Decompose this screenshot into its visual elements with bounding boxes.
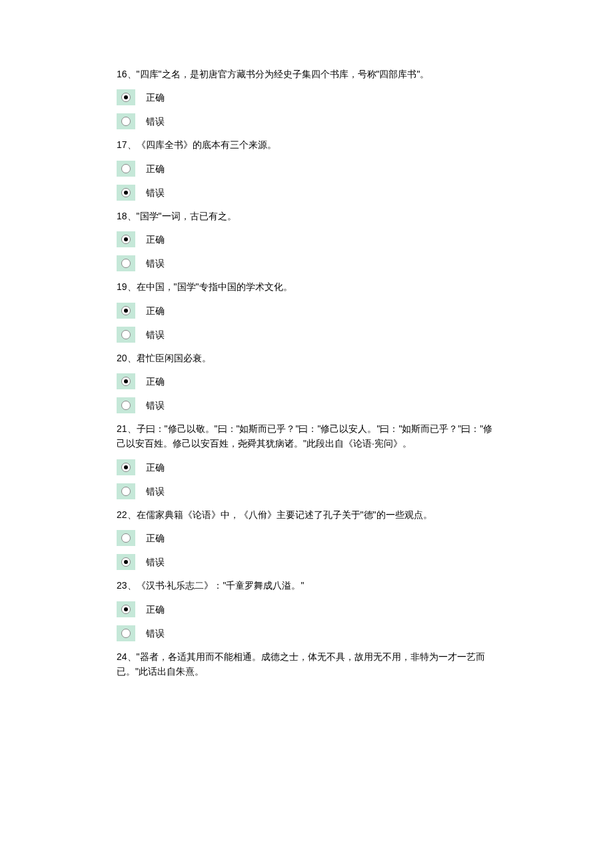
question-text: 23、《汉书·礼乐志二》："千童罗舞成八溢。" [117,578,496,593]
option-label: 正确 [146,533,165,543]
radio-icon [117,161,135,177]
radio-icon [117,625,135,641]
option-wrong[interactable]: 错误 [117,327,496,343]
option-label: 错误 [146,188,165,197]
question-text: 19、在中国，"国学"专指中国的学术文化。 [117,279,496,294]
radio-icon [117,185,135,201]
question-text: 22、在儒家典籍《论语》中，《八佾》主要记述了孔子关于"德"的一些观点。 [117,507,496,522]
option-correct[interactable]: 正确 [117,89,496,105]
option-label: 正确 [146,377,165,386]
question-text: 18、"国学"一词，古已有之。 [117,209,496,223]
question-text: 17、《四库全书》的底本有三个来源。 [117,137,496,152]
option-wrong[interactable]: 错误 [117,185,496,201]
radio-icon [117,554,135,570]
radio-icon [117,483,135,499]
option-correct[interactable]: 正确 [117,459,496,475]
option-correct[interactable]: 正确 [117,601,496,617]
question-text: 21、子曰："修己以敬。"曰："如斯而已乎？"曰："修己以安人。"曰："如斯而已… [117,421,496,451]
option-wrong[interactable]: 错误 [117,483,496,499]
option-label: 错误 [146,330,165,339]
radio-icon [117,459,135,475]
radio-icon [117,231,135,247]
option-label: 错误 [146,259,165,268]
option-wrong[interactable]: 错误 [117,554,496,570]
question-text: 16、"四库"之名，是初唐官方藏书分为经史子集四个书库，号称"四部库书"。 [117,67,496,81]
option-label: 错误 [146,557,165,567]
radio-icon [117,303,135,319]
option-wrong[interactable]: 错误 [117,625,496,641]
option-label: 正确 [146,164,165,173]
option-label: 正确 [146,235,165,244]
option-wrong[interactable]: 错误 [117,397,496,413]
question-text: 24、"器者，各适其用而不能相通。成德之士，体无不具，故用无不用，非特为一才一艺… [117,649,496,679]
option-label: 正确 [146,93,165,102]
option-label: 错误 [146,117,165,126]
option-label: 错误 [146,629,165,638]
radio-icon [117,601,135,617]
option-label: 错误 [146,487,165,496]
radio-icon [117,397,135,413]
option-label: 错误 [146,401,165,410]
radio-icon [117,89,135,105]
option-label: 正确 [146,463,165,472]
radio-icon [117,255,135,271]
radio-icon [117,113,135,129]
option-correct[interactable]: 正确 [117,303,496,319]
option-correct[interactable]: 正确 [117,373,496,389]
option-wrong[interactable]: 错误 [117,255,496,271]
option-correct[interactable]: 正确 [117,161,496,177]
option-correct[interactable]: 正确 [117,231,496,247]
option-wrong[interactable]: 错误 [117,113,496,129]
option-label: 正确 [146,306,165,315]
option-correct[interactable]: 正确 [117,530,496,546]
option-label: 正确 [146,605,165,614]
radio-icon [117,327,135,343]
radio-icon [117,373,135,389]
radio-icon [117,530,135,546]
question-text: 20、君忙臣闲国必衰。 [117,351,496,365]
